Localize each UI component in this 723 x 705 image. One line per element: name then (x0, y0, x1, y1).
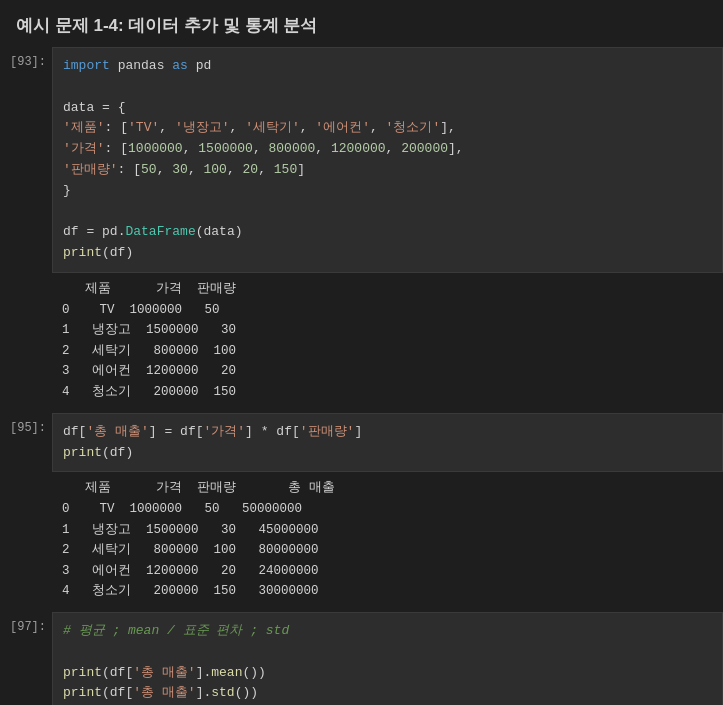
cell-97: [97]: # 평균 ; mean / 표준 편차 ; std print(df… (0, 612, 723, 705)
cell-95: [95]: df['총 매출'] = df['가격'] * df['판매량']p… (0, 413, 723, 473)
cell-number-95: [95]: (0, 413, 52, 473)
cell-code-97[interactable]: # 평균 ; mean / 표준 편차 ; std print(df['총 매출… (52, 612, 723, 705)
page-title: 예시 문제 1-4: 데이터 추가 및 통계 분석 (0, 0, 723, 47)
cell-93: [93]: import pandas as pd data = { '제품':… (0, 47, 723, 273)
output-text-93: 제품 가격 판매량 0 TV 1000000 50 1 냉장고 1500000 … (52, 273, 723, 413)
output-95: 제품 가격 판매량 총 매출 0 TV 1000000 50 50000000 … (0, 472, 723, 612)
output-text-95: 제품 가격 판매량 총 매출 0 TV 1000000 50 50000000 … (52, 472, 723, 612)
cell-code-95[interactable]: df['총 매출'] = df['가격'] * df['판매량']print(d… (52, 413, 723, 473)
cell-number-97: [97]: (0, 612, 52, 705)
cell-code-93[interactable]: import pandas as pd data = { '제품': ['TV'… (52, 47, 723, 273)
output-93: 제품 가격 판매량 0 TV 1000000 50 1 냉장고 1500000 … (0, 273, 723, 413)
cell-number-93: [93]: (0, 47, 52, 273)
